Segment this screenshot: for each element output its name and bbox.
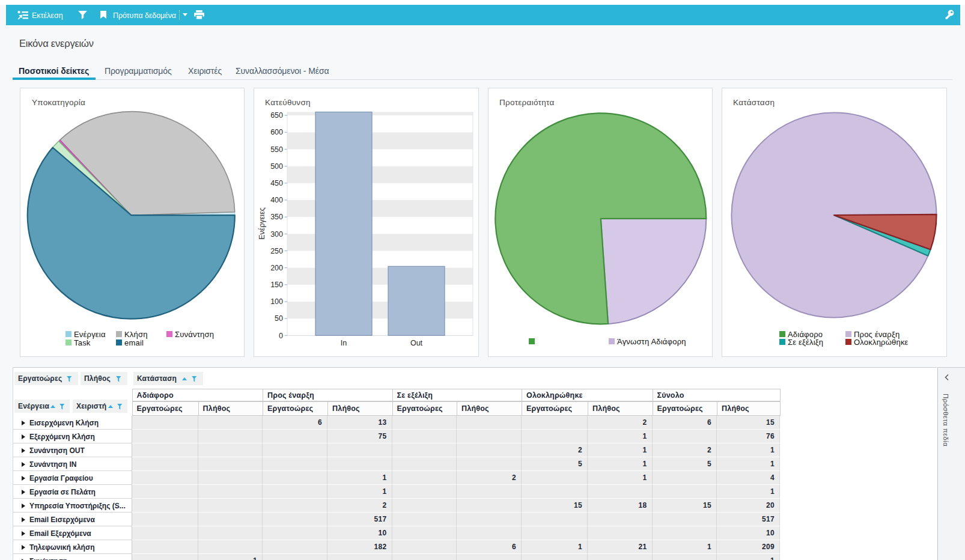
svg-text:Ενέργειες: Ενέργειες <box>258 207 266 239</box>
svg-text:100: 100 <box>270 297 283 306</box>
svg-text:450: 450 <box>270 179 283 187</box>
svg-text:400: 400 <box>270 196 283 204</box>
svg-text:200: 200 <box>270 264 283 272</box>
svg-text:550: 550 <box>270 145 283 154</box>
svg-text:250: 250 <box>270 247 283 255</box>
svg-text:300: 300 <box>270 230 283 239</box>
svg-text:In: In <box>341 339 347 347</box>
svg-text:150: 150 <box>270 281 283 289</box>
svg-text:650: 650 <box>270 111 283 120</box>
svg-text:0: 0 <box>279 332 283 340</box>
svg-text:Out: Out <box>410 339 423 347</box>
svg-text:350: 350 <box>270 213 283 221</box>
svg-text:600: 600 <box>270 128 283 136</box>
svg-text:500: 500 <box>270 162 283 171</box>
svg-text:50: 50 <box>275 314 283 323</box>
